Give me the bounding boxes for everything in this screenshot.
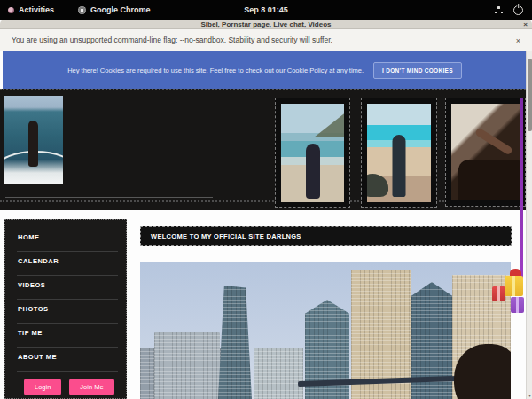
boat-ocean-photo [4, 96, 63, 184]
beach-standing-photo [367, 104, 431, 202]
couch-lounge-photo [451, 104, 520, 200]
scroll-down-icon[interactable]: ▾ [527, 392, 532, 398]
chrome-warning-bar: You are using an unsupported command-lin… [0, 29, 532, 51]
focused-app-menu[interactable]: Google Chrome [90, 5, 151, 14]
scrollbar-thumb[interactable] [528, 59, 532, 131]
header-divider [5, 197, 213, 198]
beach-heart-pose-photo [281, 104, 344, 202]
window-close-icon[interactable]: × [523, 20, 528, 28]
join-button[interactable]: Join Me [69, 379, 113, 395]
sidebar-item-photos[interactable]: PHOTOS [5, 300, 126, 324]
gnome-top-bar: Activities Google Chrome Sep 8 01:45 [0, 0, 532, 20]
activities-button[interactable]: Activities [19, 5, 54, 14]
sidebar-item-tip-me[interactable]: TIP ME [5, 324, 126, 348]
welcome-text: WELCOME TO MY OFFICIAL SITE DARLNGS [151, 232, 301, 240]
cookie-notice-bar: Hey there! Cookies are required to use t… [3, 51, 527, 89]
sidebar-item-videos[interactable]: VIDEOS [5, 276, 126, 300]
sidebar-item-calendar[interactable]: CALENDAR [5, 252, 126, 276]
sidebar-item-home[interactable]: HOME [5, 228, 126, 252]
building-shape [254, 348, 303, 399]
sidebar-item-about-me[interactable]: ABOUT ME [5, 348, 126, 372]
gift-widget[interactable] [491, 268, 527, 317]
sidebar-nav: HOME CALENDAR VIDEOS PHOTOS TIP ME ABOUT… [4, 219, 127, 399]
screen-indicator-icon [8, 7, 14, 13]
network-icon[interactable] [495, 6, 503, 13]
accept-cookies-button[interactable]: I DON'T MIND COOKIES [373, 62, 462, 79]
warning-close-icon[interactable]: × [516, 29, 520, 51]
header-photo-boat[interactable] [4, 96, 63, 184]
gallery-thumbnail-1[interactable] [275, 98, 350, 208]
gift-box-purple-icon [511, 297, 524, 313]
gift-box-yellow-icon [505, 276, 523, 296]
desktop: Activities Google Chrome Sep 8 01:45 Sib… [0, 0, 532, 399]
cookie-message: Hey there! Cookies are required to use t… [67, 66, 364, 74]
warning-text: You are using an unsupported command-lin… [12, 35, 332, 44]
hero-photo [140, 262, 511, 399]
building-shape [154, 332, 220, 399]
gift-ribbon-string [520, 98, 523, 294]
gallery-thumbnail-3[interactable] [445, 98, 526, 207]
scrollbar[interactable]: ▾ [526, 51, 532, 399]
gallery-thumbnail-2[interactable] [361, 98, 437, 208]
login-button[interactable]: Login [24, 379, 61, 395]
power-icon[interactable] [513, 5, 523, 15]
building-shape [218, 286, 252, 399]
gift-box-red-icon [492, 286, 505, 301]
window-title: Sibel, Pornstar page, Live chat, Videos [200, 20, 331, 28]
window-title-bar[interactable]: Sibel, Pornstar page, Live chat, Videos … [0, 20, 532, 29]
chrome-app-icon [78, 6, 86, 14]
welcome-banner: WELCOME TO MY OFFICIAL SITE DARLNGS [140, 226, 512, 246]
